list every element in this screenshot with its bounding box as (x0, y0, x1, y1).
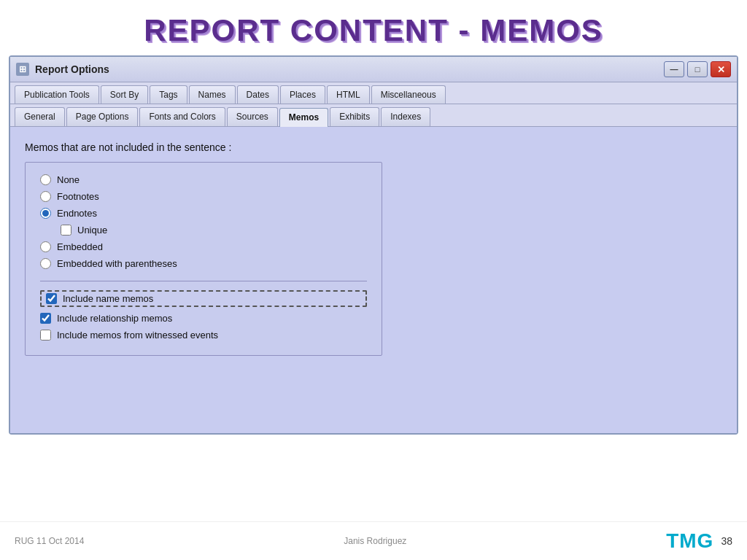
checkbox-input[interactable] (40, 313, 51, 324)
checkbox-label: Include relationship memos (57, 313, 172, 324)
tab-sources[interactable]: Sources (227, 107, 278, 126)
tab-row-1: Publication ToolsSort ByTagsNamesDatesPl… (10, 82, 737, 104)
footer-center: Janis Rodriguez (344, 536, 406, 546)
radio-footnotes[interactable]: Footnotes (40, 191, 367, 202)
tab-row-2: GeneralPage OptionsFonts and ColorsSourc… (10, 104, 737, 127)
unique-checkbox-row[interactable]: Unique (61, 225, 367, 236)
check-include-memos-from-witnessed-events[interactable]: Include memos from witnessed events (40, 330, 367, 341)
check-include-name-memos[interactable]: Include name memos (40, 290, 367, 307)
tab-places[interactable]: Places (280, 85, 325, 104)
tab-indexes[interactable]: Indexes (381, 107, 430, 126)
check-include-relationship-memos[interactable]: Include relationship memos (40, 313, 367, 324)
titlebar-left: ⊞ Report Options (16, 63, 109, 76)
unique-label: Unique (77, 225, 107, 236)
checkbox-label: Include memos from witnessed events (57, 330, 218, 341)
content-area: Memos that are not included in the sente… (10, 127, 737, 433)
separator (40, 281, 367, 281)
report-options-dialog: ⊞ Report Options — □ ✕ Publication Tools… (9, 55, 738, 435)
page-footer: RUG 11 Oct 2014 Janis Rodriguez TMG 38 (0, 521, 747, 560)
memo-radio-group: NoneFootnotesEndnotesUniqueEmbeddedEmbed… (40, 174, 367, 269)
checkbox-input[interactable] (46, 293, 57, 304)
radio-embedded[interactable]: Embedded (40, 241, 367, 252)
tab-publication-tools[interactable]: Publication Tools (15, 85, 99, 104)
dialog-title: Report Options (35, 63, 109, 75)
titlebar: ⊞ Report Options — □ ✕ (10, 57, 737, 82)
radio-input-footnotes[interactable] (40, 191, 51, 202)
checkbox-label: Include name memos (63, 293, 153, 304)
tab-html[interactable]: HTML (327, 85, 370, 104)
tab-names[interactable]: Names (189, 85, 236, 104)
tab-sort-by[interactable]: Sort By (101, 85, 148, 104)
tab-miscellaneous[interactable]: Miscellaneous (371, 85, 446, 104)
radio-embedded_parens[interactable]: Embedded with parentheses (40, 258, 367, 269)
tab-page-options[interactable]: Page Options (66, 107, 139, 126)
minimize-button[interactable]: — (664, 61, 684, 77)
radio-label-none: None (57, 174, 80, 185)
radio-label-footnotes: Footnotes (57, 191, 99, 202)
page-title: REPORT CONTENT - MEMOS (0, 0, 747, 55)
footer-brand: TMG (666, 529, 713, 553)
tab-fonts-and-colors[interactable]: Fonts and Colors (139, 107, 225, 126)
radio-input-endnotes[interactable] (40, 208, 51, 219)
titlebar-buttons: — □ ✕ (664, 61, 731, 77)
radio-input-none[interactable] (40, 174, 51, 185)
radio-label-embedded: Embedded (57, 241, 103, 252)
tab-exhibits[interactable]: Exhibits (330, 107, 379, 126)
tab-tags[interactable]: Tags (150, 85, 187, 104)
tab-memos[interactable]: Memos (279, 108, 328, 127)
close-button[interactable]: ✕ (711, 61, 731, 77)
tab-dates[interactable]: Dates (237, 85, 279, 104)
radio-label-embedded_parens: Embedded with parentheses (57, 258, 177, 269)
tab-general[interactable]: General (15, 107, 65, 126)
section-label: Memos that are not included in the sente… (25, 141, 722, 153)
maximize-button[interactable]: □ (687, 61, 708, 77)
footer-checkboxes: Include name memosInclude relationship m… (40, 290, 367, 341)
radio-input-embedded_parens[interactable] (40, 258, 51, 269)
unique-checkbox[interactable] (61, 225, 71, 236)
checkbox-input[interactable] (40, 330, 51, 341)
inner-panel: NoneFootnotesEndnotesUniqueEmbeddedEmbed… (25, 162, 382, 356)
radio-endnotes[interactable]: Endnotes (40, 208, 367, 219)
footer-page: 38 (721, 535, 732, 547)
radio-input-embedded[interactable] (40, 241, 51, 252)
dialog-icon: ⊞ (16, 63, 29, 76)
radio-label-endnotes: Endnotes (57, 208, 97, 219)
radio-none[interactable]: None (40, 174, 367, 185)
footer-left: RUG 11 Oct 2014 (15, 536, 84, 546)
